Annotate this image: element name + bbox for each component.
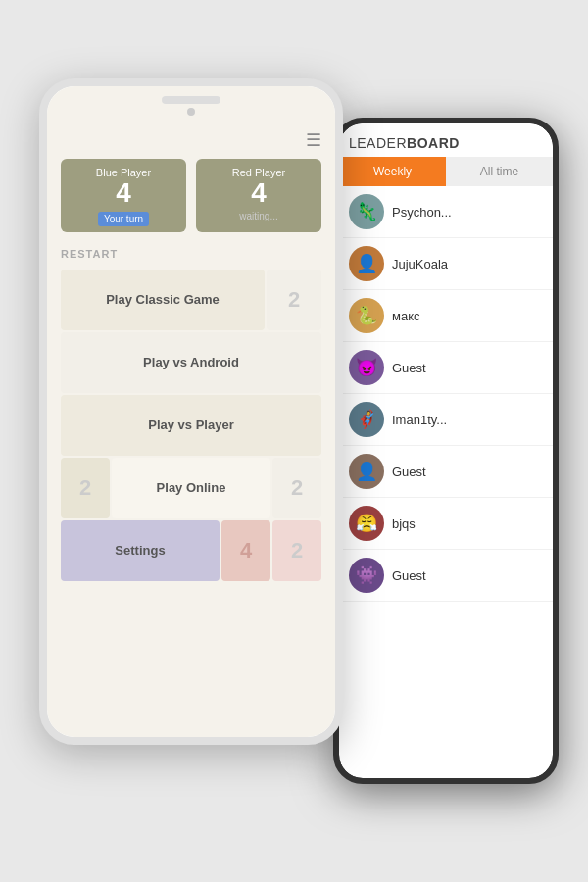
lb-item[interactable]: 😤bjqs: [339, 498, 553, 550]
player-cards: Blue Player 4 Your turn Red Player 4 wai…: [47, 155, 335, 242]
play-online-left-badge: 2: [61, 458, 110, 518]
lb-item[interactable]: 🦸Iman1ty...: [339, 394, 553, 446]
lb-avatar: 😈: [349, 350, 384, 385]
lb-avatar: 🦸: [349, 402, 384, 437]
red-player-card: Red Player 4 waiting...: [196, 159, 321, 232]
lb-avatar: 👤: [349, 246, 384, 281]
lb-avatar: 👤: [349, 454, 384, 489]
play-vs-player-label: Play vs Player: [148, 417, 233, 432]
leaderboard-title: LEADERBOARD: [349, 135, 460, 151]
leaderboard-tabs: Weekly All time: [339, 157, 553, 186]
blue-player-status: Your turn: [98, 212, 149, 226]
red-player-score: 4: [202, 178, 316, 209]
game-menu: Play Classic Game 2 Play vs Android: [61, 270, 321, 581]
tab-alltime[interactable]: All time: [446, 157, 553, 186]
lb-avatar: 😤: [349, 506, 384, 541]
play-online-button[interactable]: Play Online: [112, 458, 270, 518]
play-android-button[interactable]: Play vs Android: [61, 332, 321, 393]
lb-item[interactable]: 😈Guest: [339, 342, 553, 394]
leaderboard-list: 🦎Psychon...👤JujuKoala🐍макс😈Guest🦸Iman1ty…: [339, 186, 553, 602]
play-online-right-badge: 2: [272, 458, 321, 518]
play-classic-label: Play Classic Game: [106, 292, 220, 307]
play-classic-badge: 2: [267, 270, 321, 330]
restart-label[interactable]: RESTART: [47, 242, 335, 270]
phone-speaker: [162, 96, 220, 104]
blue-player-card: Blue Player 4 Your turn: [61, 159, 186, 232]
hamburger-menu[interactable]: ☰: [47, 123, 335, 155]
settings-badge-1: 4: [221, 520, 270, 581]
lb-player-name: Psychon...: [392, 205, 452, 220]
lb-player-name: Guest: [392, 465, 426, 479]
settings-badge-2: 2: [272, 520, 321, 581]
lb-item[interactable]: 🐍макс: [339, 290, 553, 342]
game-phone: ☰ Blue Player 4 Your turn Red Player 4 w…: [39, 78, 343, 745]
settings-label: Settings: [115, 543, 165, 558]
lb-player-name: JujuKoala: [392, 257, 448, 271]
play-classic-button[interactable]: Play Classic Game: [61, 270, 265, 330]
red-player-status: waiting...: [202, 211, 316, 221]
settings-button[interactable]: Settings: [61, 520, 220, 581]
blue-player-score: 4: [67, 178, 180, 209]
lb-player-name: Guest: [392, 361, 426, 375]
leaderboard-header: LEADERBOARD: [339, 123, 553, 151]
tab-weekly[interactable]: Weekly: [339, 157, 446, 186]
lb-item[interactable]: 👤Guest: [339, 446, 553, 498]
lb-avatar: 🦎: [349, 194, 384, 229]
lb-player-name: Iman1ty...: [392, 413, 447, 427]
play-online-label: Play Online: [157, 480, 226, 495]
lb-avatar: 🐍: [349, 298, 384, 333]
lb-player-name: Guest: [392, 568, 426, 583]
leaderboard-phone: LEADERBOARD Weekly All time 🦎Psychon...👤…: [333, 118, 559, 784]
play-android-label: Play vs Android: [143, 355, 239, 369]
lb-item[interactable]: 👾Guest: [339, 550, 553, 602]
scene: LEADERBOARD Weekly All time 🦎Psychon...👤…: [10, 20, 578, 862]
lb-item[interactable]: 🦎Psychon...: [339, 186, 553, 238]
lb-player-name: макс: [392, 309, 420, 323]
phone-screen: ☰ Blue Player 4 Your turn Red Player 4 w…: [47, 116, 335, 581]
phone-camera: [187, 108, 195, 116]
lb-item[interactable]: 👤JujuKoala: [339, 238, 553, 290]
lb-player-name: bjqs: [392, 516, 416, 531]
lb-avatar: 👾: [349, 558, 384, 593]
play-vs-player-button[interactable]: Play vs Player: [61, 395, 321, 456]
